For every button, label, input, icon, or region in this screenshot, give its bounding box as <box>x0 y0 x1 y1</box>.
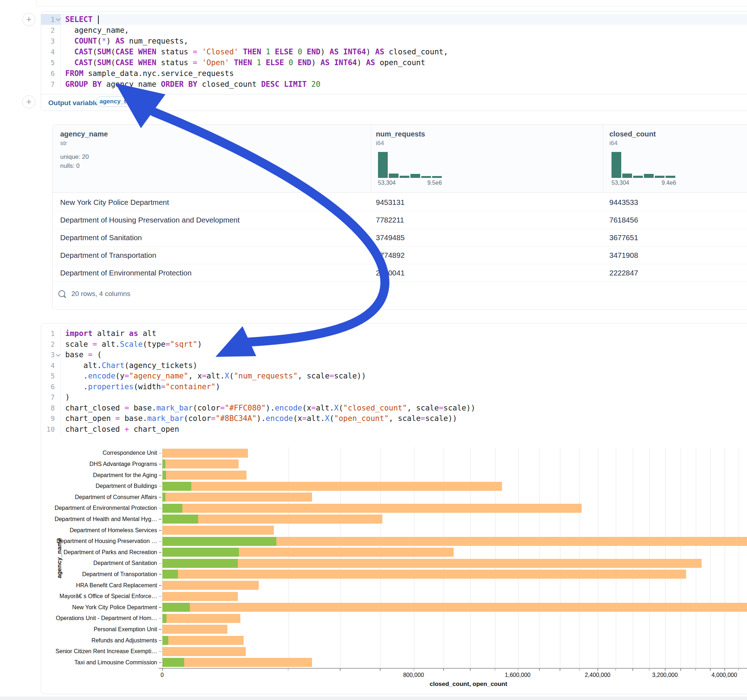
x-axis-tick <box>665 668 665 671</box>
y-axis-tick <box>159 530 162 531</box>
code-line[interactable]: 6FROM sample_data.nyc.service_requests <box>41 68 747 79</box>
cell-gap <box>0 696 747 700</box>
code-line[interactable]: 7) <box>41 392 747 403</box>
bar-closed-count <box>163 647 246 656</box>
y-axis-label: Department of Environmental Protection <box>0 504 157 512</box>
column-header-num-requests[interactable]: num_requests <box>376 130 425 138</box>
collapse-chevron-icon[interactable] <box>56 17 60 21</box>
code-line[interactable]: 3base = ( <box>41 350 747 361</box>
bar-closed-count <box>163 449 248 458</box>
table-cell: 3749485 <box>376 229 405 246</box>
bar-open-count <box>163 559 238 568</box>
x-axis-tick <box>495 668 496 671</box>
closed-count-histogram <box>611 152 675 178</box>
code-line[interactable]: 4 CAST(SUM(CASE WHEN status = 'Closed' T… <box>41 47 747 57</box>
bar-open-count <box>163 603 190 612</box>
bar-closed-count <box>163 625 227 634</box>
x-axis-tick-label: 0 <box>141 672 184 678</box>
code-line[interactable]: 4 alt.Chart(agency_tickets) <box>41 361 747 371</box>
histogram-bar <box>421 176 431 178</box>
bar-open-count <box>163 548 239 557</box>
table-row: Department of Sanitation37494853677651 <box>53 229 747 247</box>
bar-open-count <box>163 570 178 579</box>
gridline <box>470 448 470 668</box>
x-axis-tick <box>579 668 580 671</box>
chart-x-axis-title: closed_count, open_count <box>418 680 519 688</box>
bar-closed-count <box>163 614 240 623</box>
y-axis-tick <box>159 464 162 465</box>
bar-open-count <box>163 636 168 645</box>
x-axis-tick <box>680 668 681 671</box>
add-cell-button-output[interactable]: + <box>22 95 35 109</box>
y-axis-label: Department of Health and Mental Hyg… <box>0 516 157 523</box>
histogram-bar <box>432 176 442 178</box>
code-line[interactable]: 2scale = alt.Scale(type="sqrt") <box>41 339 747 350</box>
y-axis-tick <box>159 475 162 476</box>
y-axis-label: Senior Citizen Rent Increase Exempti… <box>0 648 157 655</box>
table-cell: 7618456 <box>609 211 638 229</box>
code-line[interactable]: 9chart_open = base.mark_bar(color="#8BC3… <box>41 413 747 424</box>
code-line[interactable]: 8chart_closed = base.mark_bar(color="#FF… <box>41 403 747 414</box>
code-line[interactable]: 5 CAST(SUM(CASE WHEN status = 'Open' THE… <box>41 57 747 68</box>
code-line[interactable]: 1SELECT <box>41 14 747 25</box>
x-axis-tick <box>340 668 340 671</box>
column-header-agency-name[interactable]: agency_name <box>60 130 108 138</box>
x-axis-tick <box>162 668 163 671</box>
code-line[interactable]: 10chart_closed + chart_open <box>41 424 747 435</box>
code-line[interactable]: 7GROUP BY agency_name ORDER BY closed_co… <box>41 79 747 90</box>
y-axis-tick <box>159 618 162 619</box>
text-cursor <box>98 15 99 24</box>
gridline <box>710 448 711 668</box>
x-axis-tick-label: 4,000,000 <box>703 672 746 678</box>
y-axis-label: Correspondence Unit <box>0 450 157 457</box>
gridline <box>739 448 739 668</box>
y-axis-label: Department for the Aging <box>0 472 157 479</box>
y-axis-tick <box>159 629 162 630</box>
x-axis-tick <box>470 668 470 671</box>
output-variable-input[interactable]: agency_tickets <box>96 96 139 107</box>
histogram-bar <box>622 173 632 178</box>
code-line[interactable]: 3 COUNT(*) AS num_requests, <box>41 36 747 47</box>
histogram-bar <box>389 173 399 178</box>
column-header-closed-count[interactable]: closed_count <box>609 130 656 138</box>
y-axis-label: New York City Police Department <box>0 604 157 611</box>
code-line[interactable]: 5 .encode(y="agency_name", x=alt.X("num_… <box>41 371 747 382</box>
histogram-bar <box>665 176 675 178</box>
hist-max-label: 9.4e6 <box>662 180 676 186</box>
cell-divider <box>41 94 747 94</box>
table-cell: Department of Transportation <box>60 246 156 264</box>
column-stat-unique: unique: 20 <box>60 153 89 161</box>
code-line[interactable]: 6 .properties(width="container") <box>41 382 747 392</box>
table-cell: 3677651 <box>609 229 638 246</box>
gridline <box>633 448 633 668</box>
column-type: str <box>60 140 67 147</box>
python-code-editor[interactable]: 1import altair as alt2scale = alt.Scale(… <box>41 328 747 434</box>
search-icon[interactable] <box>58 290 65 297</box>
x-axis-tick-label: 2,400,000 <box>576 672 619 678</box>
code-line[interactable]: 1import altair as alt <box>41 328 747 339</box>
x-axis-tick <box>710 668 711 671</box>
collapse-chevron-icon[interactable] <box>56 352 60 357</box>
bar-open-count <box>163 514 198 523</box>
x-axis-tick <box>615 668 616 671</box>
y-axis-label: Department of Parks and Recreation <box>0 549 157 556</box>
bar-closed-count <box>163 570 686 579</box>
bar-closed-count <box>163 581 259 590</box>
bar-closed-count <box>163 603 747 612</box>
output-variable-label: Output variable: <box>48 99 101 107</box>
sql-cell: 1SELECT 2 agency_name,3 COUNT(*) AS num_… <box>41 12 747 111</box>
y-axis-tick <box>159 607 162 608</box>
y-axis-tick <box>159 519 162 520</box>
bar-closed-count <box>163 504 582 513</box>
y-axis-label: Refunds and Adjustments <box>0 637 157 644</box>
x-axis-tick <box>518 668 519 671</box>
table-cell: 7782211 <box>376 211 404 229</box>
bar-closed-count <box>163 459 239 468</box>
bar-closed-count <box>163 636 243 645</box>
column-divider <box>603 125 603 192</box>
sql-code-editor[interactable]: 1SELECT 2 agency_name,3 COUNT(*) AS num_… <box>41 14 747 90</box>
y-axis-tick <box>159 640 162 641</box>
x-axis-tick <box>649 668 650 671</box>
code-line[interactable]: 2 agency_name, <box>41 25 747 36</box>
add-cell-button-top[interactable]: + <box>22 13 35 26</box>
